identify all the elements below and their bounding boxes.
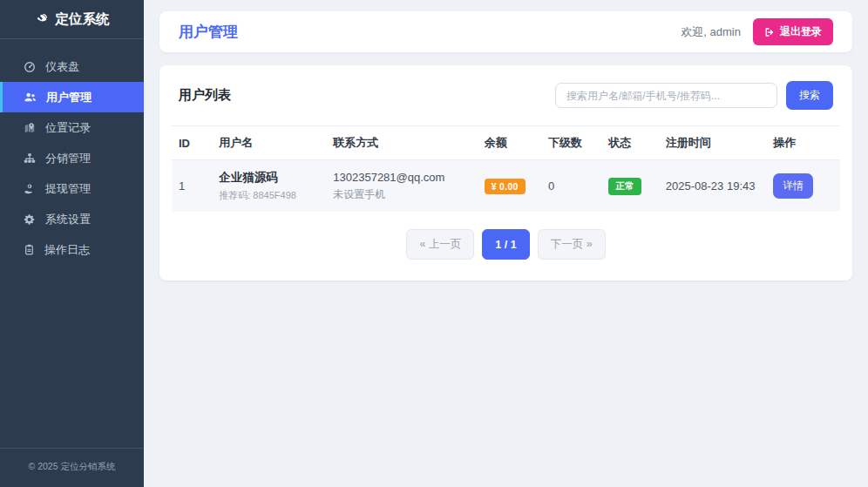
cell-actions: 详情 [766, 160, 840, 213]
sidebar-item-label: 位置记录 [45, 120, 91, 136]
topbar: 用户管理 欢迎, admin 退出登录 [159, 11, 852, 52]
sidebar-item-distribution[interactable]: 分销管理 [0, 143, 144, 173]
sidebar: 定位系统 仪表盘 用户管理 位置记录 分销管理 [0, 0, 144, 487]
sidebar-footer-copyright: © 2025 定位分销系统 [0, 448, 144, 487]
sidebar-item-settings[interactable]: 系统设置 [0, 204, 144, 234]
sidebar-item-label: 操作日志 [44, 242, 90, 258]
sidebar-nav: 仪表盘 用户管理 位置记录 分销管理 提现管理 [0, 51, 144, 265]
logout-label: 退出登录 [780, 24, 822, 39]
app-logo: 定位系统 [0, 0, 144, 39]
cell-contact: 1302357281@qq.com 未设置手机 [326, 160, 477, 213]
sidebar-item-withdrawals[interactable]: 提现管理 [0, 173, 144, 204]
sidebar-item-label: 系统设置 [45, 212, 91, 227]
col-header-contact: 联系方式 [326, 126, 477, 160]
next-page-button[interactable]: 下一页 » [538, 229, 606, 260]
col-header-username: 用户名 [212, 126, 326, 160]
col-header-actions: 操作 [766, 126, 840, 160]
sidebar-item-label: 分销管理 [45, 151, 91, 166]
table-row: 1 企业猫源码 推荐码: 8845F498 1302357281@qq.com … [172, 160, 840, 213]
clipboard-icon [24, 244, 35, 255]
app-title: 定位系统 [56, 10, 110, 29]
users-table-head: ID 用户名 联系方式 余额 下级数 状态 注册时间 操作 [172, 126, 840, 160]
col-header-subordinates: 下级数 [541, 126, 601, 160]
sidebar-item-label: 用户管理 [46, 90, 92, 105]
sign-out-icon [764, 27, 775, 37]
search-input[interactable] [555, 83, 777, 108]
satellite-dish-icon [35, 12, 49, 26]
col-header-registered: 注册时间 [659, 126, 766, 160]
sidebar-item-users[interactable]: 用户管理 [0, 82, 144, 112]
username-text: 企业猫源码 [219, 170, 319, 186]
cell-id: 1 [172, 160, 212, 213]
referral-code-text: 推荐码: 8845F498 [219, 189, 319, 202]
panel-header: 用户列表 搜索 [172, 79, 840, 125]
balance-badge: ¥ 0.00 [485, 179, 526, 194]
cell-username: 企业猫源码 推荐码: 8845F498 [212, 160, 326, 213]
sidebar-item-label: 仪表盘 [45, 59, 79, 75]
cell-registered: 2025-08-23 19:43 [659, 160, 766, 213]
pagination: « 上一页 1 / 1 下一页 » [172, 229, 840, 260]
panel-title: 用户列表 [179, 87, 231, 104]
sidebar-item-label: 提现管理 [45, 181, 91, 197]
topbar-right: 欢迎, admin 退出登录 [681, 18, 833, 45]
email-text: 1302357281@qq.com [333, 171, 470, 184]
col-header-balance: 余额 [478, 126, 541, 160]
prev-page-button[interactable]: « 上一页 [406, 229, 474, 260]
user-list-panel: 用户列表 搜索 ID 用户名 联系方式 余额 下级数 状态 注册时间 操作 [159, 65, 852, 281]
sidebar-item-logs[interactable]: 操作日志 [0, 234, 144, 265]
cell-status: 正常 [601, 160, 659, 213]
welcome-text: 欢迎, admin [681, 24, 741, 40]
status-badge: 正常 [608, 178, 641, 195]
logout-button[interactable]: 退出登录 [753, 18, 833, 45]
current-page-indicator[interactable]: 1 / 1 [482, 229, 529, 260]
col-header-status: 状态 [601, 126, 659, 160]
map-location-icon [24, 122, 36, 134]
users-icon [24, 91, 37, 104]
cell-subordinates: 0 [541, 160, 601, 213]
gauge-icon [24, 61, 36, 73]
users-table: ID 用户名 联系方式 余额 下级数 状态 注册时间 操作 1 企业猫源码 推荐… [172, 125, 840, 212]
page-title: 用户管理 [179, 22, 238, 42]
cell-balance: ¥ 0.00 [478, 160, 541, 213]
phone-text: 未设置手机 [333, 187, 470, 202]
search-button[interactable]: 搜索 [786, 81, 833, 110]
hand-money-icon [24, 183, 36, 195]
search-area: 搜索 [555, 81, 833, 110]
sidebar-item-dashboard[interactable]: 仪表盘 [0, 51, 144, 82]
sitemap-icon [24, 152, 36, 165]
detail-button[interactable]: 详情 [773, 173, 813, 199]
sidebar-item-locations[interactable]: 位置记录 [0, 112, 144, 143]
main-area: 用户管理 欢迎, admin 退出登录 用户列表 搜索 ID 用户名 [144, 0, 868, 487]
gears-icon [24, 213, 36, 226]
col-header-id: ID [172, 126, 212, 160]
